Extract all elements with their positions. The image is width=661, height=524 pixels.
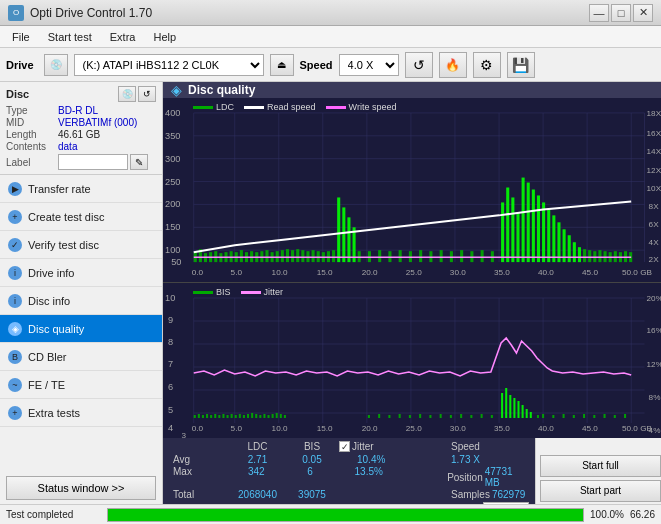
bottom-chart-legend: BIS Jitter — [193, 287, 283, 297]
svg-rect-99 — [527, 183, 530, 263]
svg-rect-102 — [542, 202, 545, 262]
svg-text:20.0: 20.0 — [362, 424, 378, 433]
disc-title: Disc — [6, 88, 29, 100]
svg-rect-57 — [240, 250, 243, 262]
disc-icon-btn-1[interactable]: 💿 — [118, 86, 136, 102]
svg-rect-101 — [537, 195, 540, 262]
nav-disc-quality[interactable]: ◈ Disc quality — [0, 315, 162, 343]
jitter-label: Jitter — [352, 441, 374, 452]
svg-rect-188 — [505, 388, 507, 418]
disc-label-btn[interactable]: ✎ — [130, 154, 148, 170]
svg-rect-214 — [593, 415, 595, 418]
speed-select[interactable]: 4.0 X — [339, 54, 399, 76]
svg-text:300: 300 — [165, 154, 180, 164]
svg-rect-202 — [440, 414, 442, 418]
menu-file[interactable]: File — [4, 29, 38, 45]
nav-create-test-disc[interactable]: + Create test disc — [0, 203, 162, 231]
disc-quality-title: Disc quality — [188, 83, 255, 97]
disc-label-input[interactable] — [58, 154, 128, 170]
app-icon: O — [8, 5, 24, 21]
nav-cd-bler[interactable]: B CD Bler — [0, 343, 162, 371]
bottom-chart: BIS Jitter — [163, 283, 661, 438]
legend-bis: BIS — [193, 287, 231, 297]
svg-rect-177 — [247, 414, 249, 418]
svg-rect-191 — [517, 401, 519, 418]
svg-rect-88 — [440, 250, 443, 262]
verify-test-disc-icon: ✓ — [8, 238, 22, 252]
bis-color — [193, 291, 213, 294]
svg-text:100: 100 — [165, 245, 180, 255]
refresh-button[interactable]: ↺ — [405, 52, 433, 78]
svg-text:35.0: 35.0 — [494, 424, 510, 433]
max-ldc: 342 — [229, 466, 283, 488]
svg-rect-184 — [276, 413, 278, 418]
drive-icon-btn[interactable]: 💿 — [44, 54, 68, 76]
avg-label: Avg — [173, 454, 228, 465]
svg-rect-205 — [470, 415, 472, 418]
svg-rect-199 — [409, 415, 411, 418]
svg-rect-65 — [281, 250, 284, 262]
avg-jitter: 10.4% — [339, 454, 449, 465]
maximize-button[interactable]: □ — [611, 4, 631, 22]
top-chart: LDC Read speed Write speed — [163, 98, 661, 283]
save-button[interactable]: 💾 — [507, 52, 535, 78]
disc-length-row: Length 46.61 GB — [6, 129, 156, 140]
position-label: Position — [447, 472, 483, 483]
title-bar: O Opti Drive Control 1.70 — □ ✕ — [0, 0, 661, 26]
nav-disc-info[interactable]: i Disc info — [0, 287, 162, 315]
svg-rect-167 — [206, 414, 208, 418]
disc-label-row: Label ✎ — [6, 154, 156, 170]
nav-drive-info[interactable]: i Drive info — [0, 259, 162, 287]
svg-rect-104 — [552, 215, 555, 262]
start-part-button[interactable]: Start part — [540, 480, 661, 502]
svg-text:50.0 GB: 50.0 GB — [622, 424, 652, 433]
nav-fe-te[interactable]: ~ FE / TE — [0, 371, 162, 399]
burn-button[interactable]: 🔥 — [439, 52, 467, 78]
close-button[interactable]: ✕ — [633, 4, 653, 22]
svg-rect-100 — [532, 190, 535, 263]
svg-rect-96 — [511, 197, 514, 262]
svg-text:10X: 10X — [647, 185, 661, 194]
svg-rect-66 — [286, 249, 289, 262]
svg-text:40.0: 40.0 — [538, 424, 554, 433]
svg-rect-197 — [388, 415, 390, 418]
menu-help[interactable]: Help — [145, 29, 184, 45]
disc-icon-btn-2[interactable]: ↺ — [138, 86, 156, 102]
ldc-color — [193, 106, 213, 109]
svg-text:7: 7 — [168, 359, 173, 369]
samples-value: 762979 — [492, 489, 525, 500]
svg-text:350: 350 — [165, 131, 180, 141]
jitter-checkbox[interactable]: ✓ — [339, 441, 350, 452]
svg-rect-183 — [272, 414, 274, 418]
menu-start-test[interactable]: Start test — [40, 29, 100, 45]
svg-rect-189 — [509, 395, 511, 418]
svg-text:5: 5 — [168, 405, 173, 415]
status-text: Test completed — [6, 509, 101, 520]
svg-rect-181 — [263, 414, 265, 418]
disc-info-icon: i — [8, 294, 22, 308]
status-window-button[interactable]: Status window >> — [6, 476, 156, 500]
svg-rect-109 — [578, 247, 581, 262]
max-jitter: 13.5% — [337, 466, 446, 488]
total-bis: 39075 — [287, 489, 337, 500]
svg-rect-208 — [537, 415, 539, 418]
menu-extra[interactable]: Extra — [102, 29, 144, 45]
nav-verify-test-disc[interactable]: ✓ Verify test disc — [0, 231, 162, 259]
nav-extra-tests[interactable]: + Extra tests — [0, 399, 162, 427]
disc-type-value: BD-R DL — [58, 105, 98, 116]
speed-label: Speed — [300, 59, 333, 71]
svg-rect-174 — [235, 415, 237, 418]
nav-transfer-rate[interactable]: ▶ Transfer rate — [0, 175, 162, 203]
settings-button[interactable]: ⚙ — [473, 52, 501, 78]
svg-rect-105 — [557, 222, 560, 262]
disc-quality-icon: ◈ — [8, 322, 22, 336]
eject-button[interactable]: ⏏ — [270, 54, 294, 76]
svg-rect-173 — [231, 414, 233, 418]
start-full-button[interactable]: Start full — [540, 455, 661, 477]
fe-te-icon: ~ — [8, 378, 22, 392]
right-wrapper: ◈ Disc quality LDC Read speed — [163, 82, 661, 504]
svg-rect-86 — [419, 250, 422, 262]
drive-select[interactable]: (K:) ATAPI iHBS112 2 CL0K — [74, 54, 264, 76]
position-value: 47731 MB — [485, 466, 529, 488]
minimize-button[interactable]: — — [589, 4, 609, 22]
